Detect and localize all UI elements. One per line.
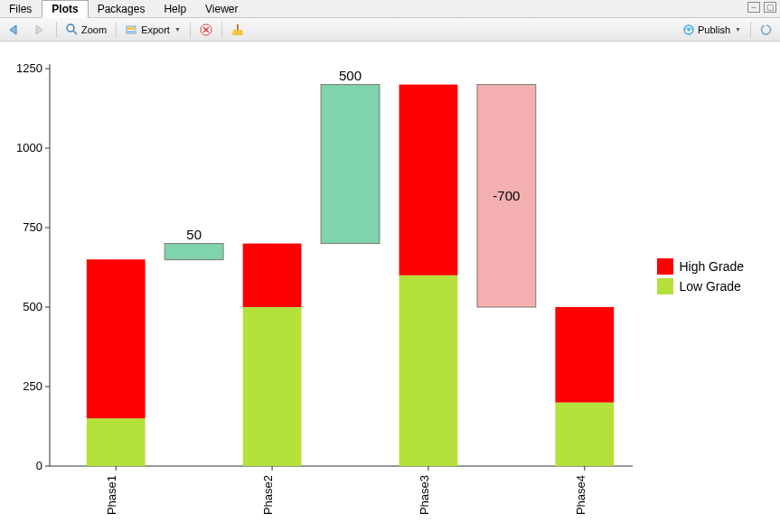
- tab-help[interactable]: Help: [155, 1, 196, 17]
- legend-label-low: Low Grade: [679, 279, 740, 294]
- export-icon: [126, 23, 138, 36]
- svg-rect-33: [399, 275, 458, 466]
- svg-text:750: 750: [23, 220, 42, 234]
- clear-all-button[interactable]: [228, 22, 248, 38]
- toolbar-separator: [221, 22, 222, 38]
- tab-viewer[interactable]: Viewer: [196, 1, 248, 17]
- next-plot-button[interactable]: [29, 22, 51, 38]
- publish-area: Publish ▼: [679, 22, 776, 38]
- svg-rect-4: [127, 31, 135, 33]
- chevron-down-icon: ▼: [174, 26, 181, 33]
- svg-rect-38: [555, 307, 614, 403]
- svg-text:500: 500: [23, 300, 42, 313]
- tab-plots[interactable]: Plots: [42, 0, 88, 18]
- legend-label-high: High Grade: [679, 259, 744, 274]
- svg-text:-700: -700: [493, 188, 520, 203]
- svg-rect-3: [127, 27, 135, 30]
- zoom-label: Zoom: [81, 24, 107, 35]
- svg-rect-41: [164, 244, 223, 260]
- svg-text:1250: 1250: [16, 61, 42, 75]
- legend-swatch-low: [657, 278, 673, 294]
- svg-text:500: 500: [339, 68, 362, 83]
- broom-icon: [231, 23, 244, 36]
- arrow-left-icon: [7, 23, 22, 36]
- window-controls: – ▢: [747, 2, 776, 13]
- tabbar: Files Plots Packages Help Viewer – ▢: [0, 0, 780, 18]
- svg-rect-8: [237, 24, 239, 30]
- svg-rect-43: [321, 85, 380, 244]
- svg-text:Phase3: Phase3: [418, 475, 431, 515]
- publish-button[interactable]: Publish ▼: [679, 22, 745, 38]
- export-button[interactable]: Export ▼: [122, 22, 184, 38]
- legend-item-high: High Grade: [657, 258, 744, 275]
- svg-text:Phase4: Phase4: [574, 475, 587, 515]
- svg-rect-25: [87, 418, 146, 466]
- legend: High Grade Low Grade: [657, 258, 744, 298]
- svg-line-1: [73, 31, 77, 34]
- zoom-button[interactable]: Zoom: [62, 22, 110, 38]
- svg-text:Phase1: Phase1: [105, 475, 118, 515]
- svg-text:0: 0: [36, 459, 42, 472]
- remove-icon: [200, 23, 212, 36]
- svg-text:50: 50: [186, 227, 202, 242]
- toolbar-separator: [116, 22, 117, 38]
- publish-icon: [682, 23, 695, 36]
- svg-rect-37: [555, 403, 614, 466]
- svg-text:250: 250: [23, 379, 42, 393]
- tab-files[interactable]: Files: [0, 1, 42, 17]
- prev-plot-button[interactable]: [4, 22, 25, 38]
- svg-rect-34: [399, 85, 458, 275]
- toolbar: Zoom Export ▼ Publish ▼: [0, 18, 780, 42]
- svg-text:1000: 1000: [16, 141, 42, 154]
- tab-packages[interactable]: Packages: [89, 1, 155, 17]
- zoom-icon: [66, 23, 79, 36]
- svg-rect-26: [87, 259, 146, 418]
- publish-label: Publish: [698, 24, 730, 35]
- legend-swatch-high: [657, 258, 673, 275]
- toolbar-separator: [750, 22, 751, 38]
- svg-point-10: [687, 28, 690, 31]
- plot-area: 025050075010001250Phase1Phase2Phase3Phas…: [0, 42, 780, 532]
- legend-item-low: Low Grade: [657, 278, 744, 294]
- toolbar-separator: [56, 22, 57, 38]
- svg-point-0: [67, 24, 74, 32]
- svg-rect-30: [243, 244, 302, 307]
- refresh-button[interactable]: [757, 22, 776, 38]
- chevron-down-icon: ▼: [735, 26, 741, 33]
- export-label: Export: [141, 24, 170, 35]
- toolbar-separator: [190, 22, 191, 38]
- svg-text:Phase2: Phase2: [261, 475, 275, 515]
- minimize-pane-icon[interactable]: –: [747, 2, 760, 13]
- refresh-icon: [760, 23, 773, 36]
- remove-plot-button[interactable]: [196, 22, 216, 38]
- maximize-pane-icon[interactable]: ▢: [764, 2, 776, 13]
- arrow-right-icon: [33, 23, 47, 36]
- svg-rect-29: [243, 307, 302, 466]
